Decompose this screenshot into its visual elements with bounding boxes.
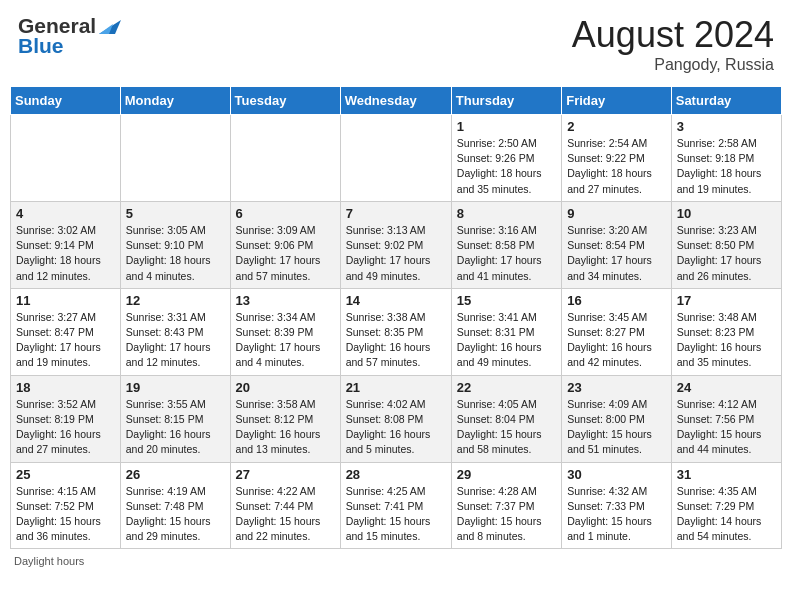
calendar-header-row: Sunday Monday Tuesday Wednesday Thursday…: [11, 87, 782, 115]
table-row: 6Sunrise: 3:09 AMSunset: 9:06 PMDaylight…: [230, 201, 340, 288]
day-info: Sunrise: 3:13 AMSunset: 9:02 PMDaylight:…: [346, 223, 446, 284]
day-info: Sunrise: 3:52 AMSunset: 8:19 PMDaylight:…: [16, 397, 115, 458]
day-number: 28: [346, 467, 446, 482]
day-number: 20: [236, 380, 335, 395]
title-block: August 2024 Pangody, Russia: [572, 14, 774, 74]
table-row: 20Sunrise: 3:58 AMSunset: 8:12 PMDayligh…: [230, 375, 340, 462]
day-number: 17: [677, 293, 776, 308]
day-number: 15: [457, 293, 556, 308]
day-number: 8: [457, 206, 556, 221]
day-info: Sunrise: 3:31 AMSunset: 8:43 PMDaylight:…: [126, 310, 225, 371]
table-row: 9Sunrise: 3:20 AMSunset: 8:54 PMDaylight…: [562, 201, 672, 288]
calendar-table: Sunday Monday Tuesday Wednesday Thursday…: [10, 86, 782, 549]
table-row: 5Sunrise: 3:05 AMSunset: 9:10 PMDaylight…: [120, 201, 230, 288]
calendar-week-row: 11Sunrise: 3:27 AMSunset: 8:47 PMDayligh…: [11, 288, 782, 375]
day-number: 14: [346, 293, 446, 308]
day-number: 27: [236, 467, 335, 482]
table-row: 16Sunrise: 3:45 AMSunset: 8:27 PMDayligh…: [562, 288, 672, 375]
month-year: August 2024: [572, 14, 774, 56]
day-info: Sunrise: 3:02 AMSunset: 9:14 PMDaylight:…: [16, 223, 115, 284]
day-number: 5: [126, 206, 225, 221]
day-info: Sunrise: 4:25 AMSunset: 7:41 PMDaylight:…: [346, 484, 446, 545]
logo: General Blue: [18, 14, 121, 58]
day-number: 12: [126, 293, 225, 308]
day-info: Sunrise: 4:22 AMSunset: 7:44 PMDaylight:…: [236, 484, 335, 545]
col-saturday: Saturday: [671, 87, 781, 115]
table-row: 31Sunrise: 4:35 AMSunset: 7:29 PMDayligh…: [671, 462, 781, 549]
table-row: 11Sunrise: 3:27 AMSunset: 8:47 PMDayligh…: [11, 288, 121, 375]
table-row: 12Sunrise: 3:31 AMSunset: 8:43 PMDayligh…: [120, 288, 230, 375]
day-info: Sunrise: 3:23 AMSunset: 8:50 PMDaylight:…: [677, 223, 776, 284]
table-row: 2Sunrise: 2:54 AMSunset: 9:22 PMDaylight…: [562, 115, 672, 202]
day-info: Sunrise: 3:48 AMSunset: 8:23 PMDaylight:…: [677, 310, 776, 371]
table-row: 24Sunrise: 4:12 AMSunset: 7:56 PMDayligh…: [671, 375, 781, 462]
table-row: [340, 115, 451, 202]
logo-blue-text: Blue: [18, 34, 64, 58]
day-info: Sunrise: 4:09 AMSunset: 8:00 PMDaylight:…: [567, 397, 666, 458]
day-info: Sunrise: 3:27 AMSunset: 8:47 PMDaylight:…: [16, 310, 115, 371]
day-number: 23: [567, 380, 666, 395]
col-friday: Friday: [562, 87, 672, 115]
table-row: 29Sunrise: 4:28 AMSunset: 7:37 PMDayligh…: [451, 462, 561, 549]
calendar-week-row: 4Sunrise: 3:02 AMSunset: 9:14 PMDaylight…: [11, 201, 782, 288]
day-number: 2: [567, 119, 666, 134]
day-number: 22: [457, 380, 556, 395]
day-number: 1: [457, 119, 556, 134]
table-row: 15Sunrise: 3:41 AMSunset: 8:31 PMDayligh…: [451, 288, 561, 375]
day-number: 25: [16, 467, 115, 482]
col-thursday: Thursday: [451, 87, 561, 115]
day-info: Sunrise: 3:34 AMSunset: 8:39 PMDaylight:…: [236, 310, 335, 371]
table-row: 22Sunrise: 4:05 AMSunset: 8:04 PMDayligh…: [451, 375, 561, 462]
day-number: 30: [567, 467, 666, 482]
table-row: 27Sunrise: 4:22 AMSunset: 7:44 PMDayligh…: [230, 462, 340, 549]
day-info: Sunrise: 4:28 AMSunset: 7:37 PMDaylight:…: [457, 484, 556, 545]
table-row: 28Sunrise: 4:25 AMSunset: 7:41 PMDayligh…: [340, 462, 451, 549]
table-row: 4Sunrise: 3:02 AMSunset: 9:14 PMDaylight…: [11, 201, 121, 288]
page-header: General Blue August 2024 Pangody, Russia: [10, 10, 782, 78]
day-info: Sunrise: 4:05 AMSunset: 8:04 PMDaylight:…: [457, 397, 556, 458]
day-number: 19: [126, 380, 225, 395]
day-info: Sunrise: 3:09 AMSunset: 9:06 PMDaylight:…: [236, 223, 335, 284]
day-info: Sunrise: 3:41 AMSunset: 8:31 PMDaylight:…: [457, 310, 556, 371]
day-number: 16: [567, 293, 666, 308]
table-row: 30Sunrise: 4:32 AMSunset: 7:33 PMDayligh…: [562, 462, 672, 549]
col-monday: Monday: [120, 87, 230, 115]
day-info: Sunrise: 3:20 AMSunset: 8:54 PMDaylight:…: [567, 223, 666, 284]
day-info: Sunrise: 3:05 AMSunset: 9:10 PMDaylight:…: [126, 223, 225, 284]
day-number: 29: [457, 467, 556, 482]
table-row: 13Sunrise: 3:34 AMSunset: 8:39 PMDayligh…: [230, 288, 340, 375]
day-info: Sunrise: 4:19 AMSunset: 7:48 PMDaylight:…: [126, 484, 225, 545]
table-row: [230, 115, 340, 202]
day-info: Sunrise: 2:50 AMSunset: 9:26 PMDaylight:…: [457, 136, 556, 197]
day-number: 7: [346, 206, 446, 221]
day-info: Sunrise: 3:45 AMSunset: 8:27 PMDaylight:…: [567, 310, 666, 371]
day-number: 18: [16, 380, 115, 395]
day-info: Sunrise: 3:55 AMSunset: 8:15 PMDaylight:…: [126, 397, 225, 458]
day-info: Sunrise: 4:12 AMSunset: 7:56 PMDaylight:…: [677, 397, 776, 458]
table-row: 10Sunrise: 3:23 AMSunset: 8:50 PMDayligh…: [671, 201, 781, 288]
daylight-hours-label: Daylight hours: [14, 555, 84, 567]
table-row: 1Sunrise: 2:50 AMSunset: 9:26 PMDaylight…: [451, 115, 561, 202]
calendar-week-row: 18Sunrise: 3:52 AMSunset: 8:19 PMDayligh…: [11, 375, 782, 462]
day-info: Sunrise: 4:02 AMSunset: 8:08 PMDaylight:…: [346, 397, 446, 458]
day-info: Sunrise: 3:38 AMSunset: 8:35 PMDaylight:…: [346, 310, 446, 371]
day-number: 13: [236, 293, 335, 308]
calendar-week-row: 25Sunrise: 4:15 AMSunset: 7:52 PMDayligh…: [11, 462, 782, 549]
day-info: Sunrise: 4:35 AMSunset: 7:29 PMDaylight:…: [677, 484, 776, 545]
table-row: 23Sunrise: 4:09 AMSunset: 8:00 PMDayligh…: [562, 375, 672, 462]
day-number: 11: [16, 293, 115, 308]
day-info: Sunrise: 3:58 AMSunset: 8:12 PMDaylight:…: [236, 397, 335, 458]
col-tuesday: Tuesday: [230, 87, 340, 115]
table-row: 21Sunrise: 4:02 AMSunset: 8:08 PMDayligh…: [340, 375, 451, 462]
day-number: 10: [677, 206, 776, 221]
day-number: 4: [16, 206, 115, 221]
day-number: 21: [346, 380, 446, 395]
table-row: 7Sunrise: 3:13 AMSunset: 9:02 PMDaylight…: [340, 201, 451, 288]
day-number: 26: [126, 467, 225, 482]
day-info: Sunrise: 2:58 AMSunset: 9:18 PMDaylight:…: [677, 136, 776, 197]
logo-wing-icon: [99, 16, 121, 34]
table-row: [11, 115, 121, 202]
location: Pangody, Russia: [572, 56, 774, 74]
calendar-week-row: 1Sunrise: 2:50 AMSunset: 9:26 PMDaylight…: [11, 115, 782, 202]
day-number: 31: [677, 467, 776, 482]
